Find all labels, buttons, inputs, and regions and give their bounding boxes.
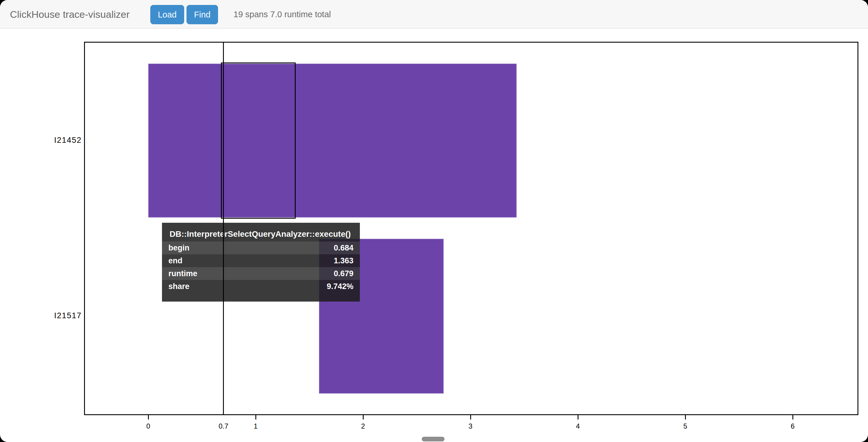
marker-label: 0.7: [206, 422, 241, 430]
x-axis-tick-label: 4: [560, 422, 595, 430]
x-axis-tick: [363, 415, 364, 419]
trace-chart: DB::InterpreterSelectQueryAnalyzer::exec…: [0, 0, 868, 442]
time-marker-line: [223, 42, 224, 415]
tooltip-value: 9.742%: [327, 280, 353, 293]
tooltip-row-begin: begin 0.684: [162, 241, 360, 254]
tooltip-row-end: end 1.363: [162, 254, 360, 267]
x-axis-tick-label: 0: [131, 422, 166, 430]
y-axis-thread-label: I21517: [18, 311, 82, 320]
app-window: ClickHouse trace-visualizer Load Find 19…: [0, 0, 868, 442]
span-bar[interactable]: [148, 64, 517, 217]
x-axis-tick: [148, 415, 149, 419]
x-axis-tick-label: 3: [453, 422, 488, 430]
x-axis-tick: [470, 415, 471, 419]
tooltip-row-share: share 9.742%: [162, 280, 360, 293]
x-axis-tick: [578, 415, 579, 419]
tooltip-label: runtime: [168, 267, 197, 280]
tooltip-label: end: [168, 254, 182, 267]
tooltip-value: 0.679: [334, 267, 353, 280]
x-axis-tick-label: 5: [668, 422, 703, 430]
tooltip-label: begin: [168, 241, 189, 254]
highlighted-span-outline[interactable]: [221, 62, 296, 219]
x-axis-tick-label: 6: [775, 422, 810, 430]
horizontal-scrollbar-thumb[interactable]: [422, 437, 444, 441]
tooltip-span-name: DB::InterpreterSelectQueryAnalyzer::exec…: [162, 227, 360, 241]
x-axis-tick: [793, 415, 793, 419]
x-axis-tick-label: 2: [346, 422, 380, 430]
x-axis-tick-label: 1: [238, 422, 273, 430]
y-axis-thread-label: I21452: [18, 136, 82, 145]
tooltip-row-runtime: runtime 0.679: [162, 267, 360, 280]
x-axis-tick: [255, 415, 256, 419]
span-tooltip: DB::InterpreterSelectQueryAnalyzer::exec…: [162, 223, 360, 301]
tooltip-value: 1.363: [334, 254, 353, 267]
tooltip-value: 0.684: [334, 241, 353, 254]
x-axis-tick: [685, 415, 686, 419]
tooltip-label: share: [168, 280, 189, 293]
